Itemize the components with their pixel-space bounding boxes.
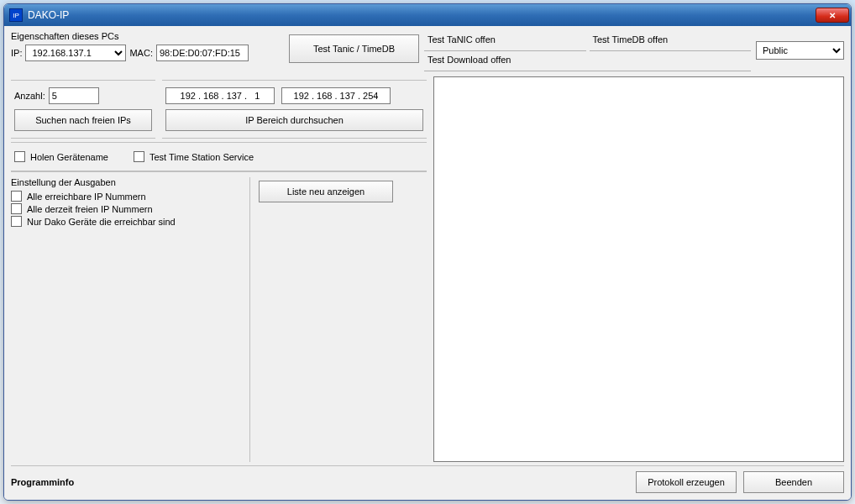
count-section: Anzahl: Suchen nach freien IPs: [11, 80, 155, 139]
mac-label: MAC:: [129, 48, 153, 58]
main-window: IP DAKO-IP ✕ Eigenschaften dieses PCs IP…: [3, 3, 852, 501]
ip-combobox[interactable]: 192.168.137.1: [25, 45, 126, 61]
mid-area: Anzahl: Suchen nach freien IPs IP Bereic…: [11, 76, 844, 462]
checkbox-icon: [11, 203, 22, 214]
range-section: IP Bereich durchsuchen: [162, 80, 427, 139]
all-reachable-checkbox[interactable]: Alle erreichbare IP Nummern: [11, 191, 243, 202]
titlebar[interactable]: IP DAKO-IP ✕: [4, 4, 851, 26]
count-input[interactable]: [49, 87, 99, 104]
checkbox-icon: [11, 191, 22, 202]
mac-field[interactable]: [156, 45, 249, 61]
ip-label: IP:: [11, 48, 22, 58]
ip-to-field[interactable]: [281, 87, 391, 104]
search-free-ips-button[interactable]: Suchen nach freien IPs: [14, 109, 152, 131]
result-listbox[interactable]: [433, 76, 844, 462]
output-settings-left: Einstellung der Ausgaben Alle erreichbar…: [11, 177, 250, 462]
mode-combobox[interactable]: Public: [756, 41, 844, 60]
pc-properties-header: Eigenschaften dieses PCs: [11, 31, 284, 41]
get-devicename-label: Holen Gerätename: [30, 152, 108, 162]
app-icon: IP: [9, 8, 23, 22]
status-tanic: Test TaNIC offen: [424, 33, 586, 51]
ip-from-field[interactable]: [165, 87, 275, 104]
checkbox-icon: [134, 151, 144, 162]
top-area: Eigenschaften dieses PCs IP: 192.168.137…: [11, 31, 844, 71]
close-button[interactable]: ✕: [816, 8, 849, 23]
left-column: Anzahl: Suchen nach freien IPs IP Bereic…: [11, 76, 427, 462]
test-tanic-button[interactable]: Test Tanic / TimeDB: [289, 34, 419, 63]
test-tss-checkbox[interactable]: Test Time Station Service: [134, 151, 254, 162]
programinfo-label: Programminfo: [11, 477, 74, 487]
checkbox-icon: [11, 216, 22, 227]
output-settings-section: Einstellung der Ausgaben Alle erreichbar…: [11, 171, 427, 462]
count-label: Anzahl:: [14, 91, 45, 101]
output-settings-right: Liste neu anzeigen: [259, 177, 427, 462]
footer: Programminfo Protokoll erzeugen Beenden: [11, 465, 844, 493]
checkbox-icon: [14, 151, 25, 162]
status-timedb: Test TimeDB offen: [590, 33, 752, 51]
options-section: Holen Gerätename Test Time Station Servi…: [11, 142, 427, 171]
close-icon: ✕: [829, 11, 836, 20]
only-dako-label: Nur Dako Geräte die erreichbar sind: [27, 217, 176, 227]
all-free-label: Alle derzeit freien IP Nummern: [27, 204, 153, 214]
scan-range-button[interactable]: IP Bereich durchsuchen: [165, 109, 423, 131]
protocol-button[interactable]: Protokoll erzeugen: [636, 471, 737, 493]
status-grid: Test TaNIC offen Test TimeDB offen Test …: [424, 33, 751, 71]
test-tss-label: Test Time Station Service: [149, 152, 254, 162]
refresh-list-button[interactable]: Liste neu anzeigen: [259, 181, 393, 202]
all-free-checkbox[interactable]: Alle derzeit freien IP Nummern: [11, 203, 243, 214]
get-devicename-checkbox[interactable]: Holen Gerätename: [14, 151, 108, 162]
status-download: Test Download offen: [424, 53, 751, 71]
output-settings-header: Einstellung der Ausgaben: [11, 177, 243, 187]
window-title: DAKO-IP: [28, 9, 816, 21]
exit-button[interactable]: Beenden: [743, 471, 844, 493]
all-reachable-label: Alle erreichbare IP Nummern: [27, 192, 146, 202]
pc-properties-group: Eigenschaften dieses PCs IP: 192.168.137…: [11, 31, 284, 61]
client-area: Eigenschaften dieses PCs IP: 192.168.137…: [4, 26, 851, 500]
only-dako-checkbox[interactable]: Nur Dako Geräte die erreichbar sind: [11, 216, 243, 227]
